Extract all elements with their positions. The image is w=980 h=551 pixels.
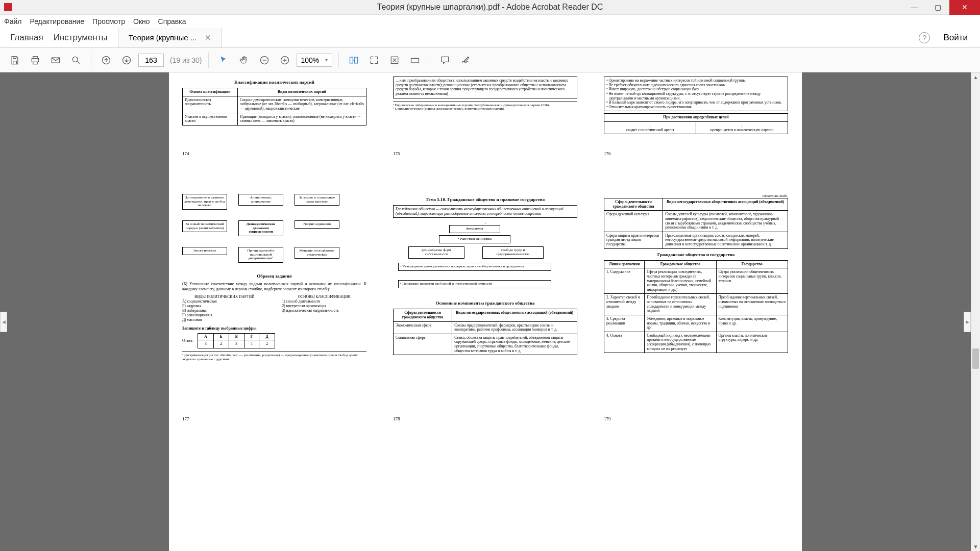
- page-175-fn2: ² Социалистические (социал-демократическ…: [393, 107, 577, 111]
- sign-button[interactable]: [457, 52, 474, 69]
- fullscreen-button[interactable]: [386, 52, 403, 69]
- scroll-thumb[interactable]: [972, 348, 979, 369]
- title-bar: Теория (крупные шпаргалки).pdf - Adobe A…: [0, 0, 980, 15]
- page-177-instr: Запишите в таблицу выбранные цифры.: [182, 326, 366, 331]
- fit-page-button[interactable]: [365, 52, 383, 69]
- page-176-footer-table: При достижении определённых целей ↓сходи…: [604, 113, 788, 134]
- page-177-answer-table: АБВГД 32312: [198, 333, 275, 348]
- minimize-button[interactable]: —: [902, 0, 926, 15]
- document-viewport: ◀ ▶ Классификация политических партий Ос…: [0, 72, 971, 551]
- zoom-out-button[interactable]: [256, 52, 273, 69]
- select-tool-button[interactable]: [215, 52, 232, 69]
- document-tab[interactable]: Теория (крупные ... ✕: [118, 28, 222, 47]
- menu-help[interactable]: Справка: [158, 17, 186, 26]
- page-number-input[interactable]: [138, 54, 164, 67]
- page-178-title: Тема 5.10. Гражданское общество и правов…: [393, 197, 577, 202]
- fit-width-button[interactable]: [345, 52, 362, 69]
- tab-home[interactable]: Главная: [10, 33, 43, 43]
- menu-view[interactable]: Просмотр: [92, 17, 125, 26]
- email-button[interactable]: [47, 52, 64, 69]
- page-177-fn: ¹ Дискриминация (от лат. discriminatio —…: [182, 353, 366, 361]
- close-button[interactable]: ✕: [949, 0, 980, 15]
- home-tabs-group: Главная Инструменты: [0, 28, 118, 47]
- page-178-def-box: Гражданское общество — совокупность него…: [393, 205, 577, 218]
- page-177-diagram: За сохранение и развитие демократии, пра…: [182, 194, 366, 270]
- page-175-num: 175: [393, 151, 400, 156]
- scroll-down-icon[interactable]: ▼: [971, 542, 980, 551]
- page-178-table: Сферы деятельности гражданского общества…: [393, 309, 577, 355]
- tab-bar: Главная Инструменты Теория (крупные ... …: [0, 28, 980, 48]
- page-178-sec2: Основные компоненты гражданского обществ…: [393, 300, 577, 306]
- prev-page-button[interactable]: [97, 52, 115, 69]
- menu-bar: Файл Редактирование Просмотр Окно Справк…: [0, 15, 980, 28]
- zoom-select[interactable]: 100%: [297, 54, 332, 67]
- toolbar: (19 из 30) 100%: [0, 48, 980, 72]
- page-179-table2: Линии сравненияГражданское обществоГосуд…: [604, 260, 788, 354]
- left-panel-handle[interactable]: ◀: [0, 312, 7, 332]
- page-177-num: 177: [182, 416, 189, 421]
- page-177-task-title: Образец задания: [182, 273, 366, 279]
- window-title: Теория (крупные шпаргалки).pdf - Adobe A…: [377, 3, 603, 12]
- menu-edit[interactable]: Редактирование: [30, 17, 84, 26]
- document-tab-label: Теория (крупные ...: [129, 33, 197, 42]
- page-178-num: 178: [393, 416, 400, 421]
- page-174-title: Классификация политических партий: [182, 80, 366, 85]
- maximize-button[interactable]: ▢: [926, 0, 949, 15]
- page-178: Тема 5.10. Гражданское общество и правов…: [380, 190, 591, 424]
- page-178-diagram: ↓ Фундамент • Рыночная экономика разнооб…: [393, 221, 577, 297]
- page-179-num: 179: [604, 416, 611, 421]
- page-count-label: (19 из 30): [170, 56, 202, 64]
- zoom-in-button[interactable]: [276, 52, 293, 69]
- svg-rect-6: [411, 58, 419, 62]
- page-175: …ным преобразованиям общества с использо…: [380, 72, 591, 159]
- page-176: • Ориентировано на выражение частных инт…: [591, 72, 801, 159]
- page-179: Окончание табл. Сферы деятельности гражд…: [591, 190, 801, 424]
- page-174-num: 174: [182, 151, 189, 156]
- scroll-track[interactable]: [971, 82, 980, 542]
- page-179-cont: Окончание табл.: [604, 194, 788, 198]
- save-button[interactable]: [6, 52, 23, 69]
- page-177-task-body: (Б) Установите соответствие между видами…: [182, 282, 366, 291]
- window-controls: — ▢ ✕: [902, 0, 980, 15]
- vertical-scrollbar[interactable]: ▲ ▼: [971, 72, 980, 551]
- page-179-table1: Сферы деятельности гражданского общества…: [604, 198, 788, 249]
- page-179-sec2: Гражданское общество и государство: [604, 252, 788, 257]
- scroll-up-icon[interactable]: ▲: [971, 72, 980, 82]
- menu-file[interactable]: Файл: [4, 17, 21, 26]
- help-icon[interactable]: ?: [919, 32, 930, 43]
- menu-window[interactable]: Окно: [133, 17, 150, 26]
- print-button[interactable]: [27, 52, 44, 69]
- search-button[interactable]: [67, 52, 85, 69]
- page-175-fn1: ¹ Европейские либеральные и консервативн…: [393, 103, 577, 107]
- svg-point-0: [72, 57, 78, 62]
- page-175-table: …ным преобразованиям общества с использо…: [393, 77, 577, 98]
- page-174-table: Основа классификацииВиды политических па…: [182, 88, 366, 126]
- right-panel-handle[interactable]: ▶: [964, 312, 971, 332]
- page-176-table: • Ориентировано на выражение частных инт…: [604, 77, 788, 111]
- page-176-num: 176: [604, 151, 611, 156]
- comment-button[interactable]: [436, 52, 454, 69]
- next-page-button[interactable]: [118, 52, 135, 69]
- signin-link[interactable]: Войти: [943, 33, 968, 43]
- read-mode-button[interactable]: [406, 52, 424, 69]
- hand-tool-button[interactable]: [235, 52, 253, 69]
- pages-container: Классификация политических партий Основа…: [169, 72, 802, 551]
- tab-tools[interactable]: Инструменты: [54, 33, 108, 43]
- page-174: Классификация политических партий Основа…: [169, 72, 380, 159]
- zoom-value: 100%: [301, 56, 320, 64]
- acrobat-icon: [4, 3, 12, 11]
- page-177: За сохранение и развитие демократии, пра…: [169, 190, 380, 424]
- close-tab-icon[interactable]: ✕: [205, 33, 211, 42]
